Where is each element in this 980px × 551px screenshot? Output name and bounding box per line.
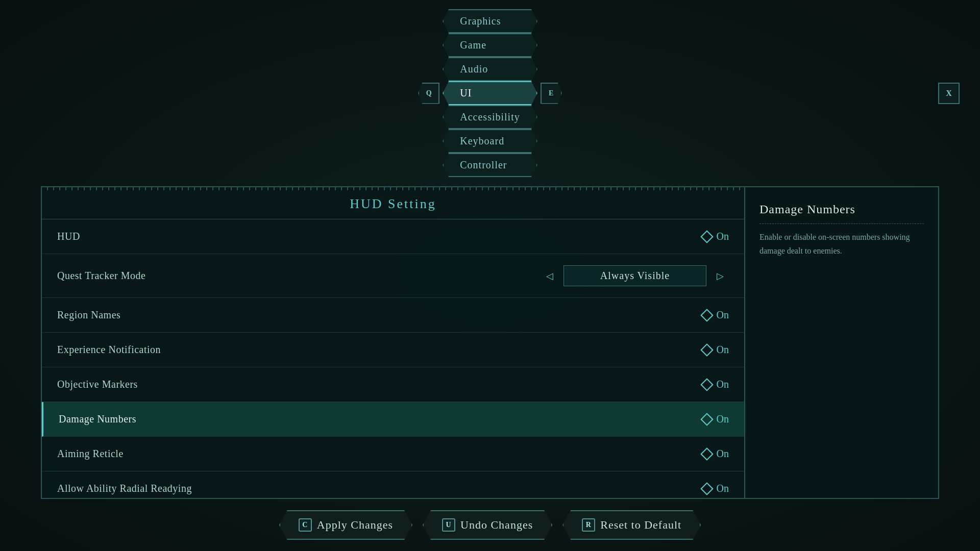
undo-changes-button[interactable]: U Undo Changes	[423, 510, 552, 540]
next-tab-button[interactable]: E	[541, 83, 562, 104]
selector-value-quest_tracker: Always Visible	[564, 265, 706, 286]
apply-changes-button[interactable]: C Apply Changes	[279, 510, 412, 540]
setting-value-objective_markers: On	[702, 379, 729, 390]
setting-row-aiming_reticle[interactable]: Aiming ReticleOn	[42, 437, 744, 471]
e-key-label: E	[549, 89, 553, 97]
diamond-icon	[700, 447, 713, 460]
tab-accessibility[interactable]: Accessibility	[443, 105, 537, 129]
top-nav: Q GraphicsGameAudioUIAccessibilityKeyboa…	[0, 0, 980, 186]
setting-label-damage_numbers: Damage Numbers	[59, 413, 136, 425]
setting-label-quest_tracker: Quest Tracker Mode	[57, 270, 145, 282]
tab-keyboard[interactable]: Keyboard	[443, 129, 537, 153]
bottom-bar: C Apply Changes U Undo Changes R Reset t…	[0, 499, 980, 551]
panel-title: HUD Setting	[42, 187, 744, 219]
setting-value-experience_notification: On	[702, 344, 729, 356]
content-area: HUD Setting HUDOnQuest Tracker Mode◁Alwa…	[0, 186, 980, 499]
apply-label: Apply Changes	[317, 518, 393, 532]
setting-label-hud: HUD	[57, 231, 80, 242]
setting-label-aiming_reticle: Aiming Reticle	[57, 448, 124, 460]
diamond-icon	[700, 230, 713, 243]
toggle-value-hud: On	[717, 231, 729, 242]
toggle-value-aiming_reticle: On	[717, 448, 729, 460]
panel-title-text: HUD Setting	[350, 196, 436, 211]
setting-label-objective_markers: Objective Markers	[57, 379, 138, 390]
reset-label: Reset to Default	[600, 518, 681, 532]
x-key-label: X	[946, 89, 952, 98]
tab-ui[interactable]: UI	[443, 81, 537, 105]
selector-next-quest_tracker[interactable]: ▷	[712, 268, 729, 284]
selector-prev-quest_tracker[interactable]: ◁	[541, 268, 558, 284]
settings-panel: HUD Setting HUDOnQuest Tracker Mode◁Alwa…	[41, 186, 745, 499]
undo-key-badge: U	[442, 518, 455, 532]
settings-list: HUDOnQuest Tracker Mode◁Always Visible▷R…	[42, 219, 744, 498]
apply-key-badge: C	[299, 518, 312, 532]
setting-row-hud[interactable]: HUDOn	[42, 219, 744, 254]
setting-row-ability_radial[interactable]: Allow Ability Radial ReadyingOn	[42, 471, 744, 498]
diamond-icon	[700, 413, 713, 425]
setting-row-damage_numbers[interactable]: Damage NumbersOn	[42, 402, 744, 437]
detail-title: Damage Numbers	[760, 203, 924, 224]
reset-key-badge: R	[582, 518, 595, 532]
diamond-icon	[700, 343, 713, 356]
setting-row-quest_tracker[interactable]: Quest Tracker Mode◁Always Visible▷	[42, 254, 744, 298]
tab-audio[interactable]: Audio	[443, 57, 537, 81]
toggle-value-objective_markers: On	[717, 379, 729, 390]
main-container: Q GraphicsGameAudioUIAccessibilityKeyboa…	[0, 0, 980, 551]
q-key-label: Q	[426, 89, 432, 97]
setting-row-region_names[interactable]: Region NamesOn	[42, 298, 744, 333]
tab-graphics[interactable]: Graphics	[443, 9, 537, 33]
setting-value-damage_numbers: On	[702, 413, 729, 425]
nav-tabs: GraphicsGameAudioUIAccessibilityKeyboard…	[443, 9, 537, 177]
setting-row-objective_markers[interactable]: Objective MarkersOn	[42, 367, 744, 402]
diamond-icon	[700, 309, 713, 321]
diamond-icon	[700, 378, 713, 391]
setting-label-experience_notification: Experience Notification	[57, 344, 161, 356]
diamond-icon	[700, 482, 713, 495]
setting-value-region_names: On	[702, 309, 729, 321]
setting-label-ability_radial: Allow Ability Radial Readying	[57, 483, 192, 494]
detail-panel: Damage Numbers Enable or disable on-scre…	[745, 186, 939, 499]
setting-value-hud: On	[702, 231, 729, 242]
toggle-value-ability_radial: On	[717, 483, 729, 494]
setting-value-aiming_reticle: On	[702, 448, 729, 460]
tab-controller[interactable]: Controller	[443, 153, 537, 177]
close-button[interactable]: X	[938, 83, 960, 104]
undo-label: Undo Changes	[460, 518, 533, 532]
reset-default-button[interactable]: R Reset to Default	[562, 510, 701, 540]
setting-value-ability_radial: On	[702, 483, 729, 494]
detail-description: Enable or disable on-screen numbers show…	[760, 230, 924, 258]
toggle-value-damage_numbers: On	[717, 413, 729, 425]
toggle-value-region_names: On	[717, 309, 729, 321]
prev-tab-button[interactable]: Q	[418, 83, 439, 104]
setting-label-region_names: Region Names	[57, 309, 120, 321]
toggle-value-experience_notification: On	[717, 344, 729, 356]
setting-row-experience_notification[interactable]: Experience NotificationOn	[42, 333, 744, 367]
setting-value-quest_tracker: ◁Always Visible▷	[541, 265, 729, 286]
tab-game[interactable]: Game	[443, 33, 537, 57]
